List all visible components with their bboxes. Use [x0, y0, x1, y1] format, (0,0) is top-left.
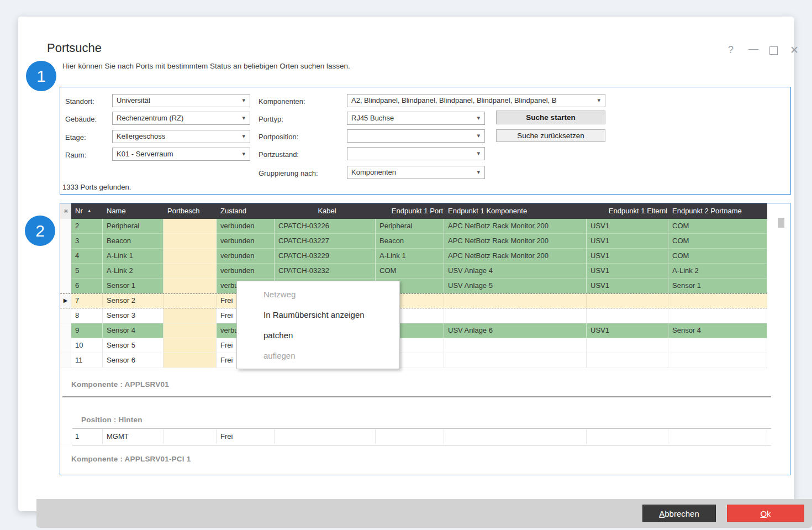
vertical-scrollbar-thumb[interactable] — [778, 218, 784, 228]
column-header-ep1-port[interactable]: Endpunkt 1 Port — [376, 203, 444, 219]
row-marker-icon: ▶ — [64, 297, 68, 303]
asterisk-icon: ✳ — [63, 208, 68, 214]
portzustand-select[interactable]: ▾ — [347, 147, 485, 160]
gruppierung-label: Gruppierung nach: — [259, 169, 318, 177]
result-count: 1333 Ports gefunden. — [62, 183, 131, 191]
column-header-nr[interactable]: Nr▲ — [71, 203, 103, 219]
etage-value: Kellergeschoss — [117, 132, 165, 140]
raum-select[interactable]: K01 - Serverraum ▾ — [112, 148, 250, 161]
sort-asc-icon: ▲ — [87, 208, 92, 213]
table-row[interactable]: 4A-Link 1 verbunden CPATCH-03229A-Link 1… — [60, 249, 767, 264]
table-row[interactable]: 2Peripheral verbunden CPATCH-03226Periph… — [60, 219, 767, 234]
subgroup-divider — [72, 428, 771, 429]
table-row[interactable]: 10Sensor 5 Frei — [60, 338, 767, 353]
etage-label: Etage: — [65, 133, 86, 141]
grid-settings-button[interactable]: ✳ — [60, 203, 71, 219]
chevron-down-icon: ▾ — [477, 169, 480, 176]
chevron-down-icon: ▾ — [477, 114, 480, 122]
suche-starten-button[interactable]: Suche starten — [496, 111, 605, 124]
gruppierung-select[interactable]: Komponenten ▾ — [347, 166, 485, 179]
etage-select[interactable]: Kellergeschoss ▾ — [112, 130, 250, 143]
table-row[interactable]: 11Sensor 6 Frei — [60, 353, 767, 368]
komponenten-label: Komponenten: — [259, 97, 305, 106]
gruppierung-value: Komponenten — [351, 168, 396, 176]
group-header-komponente[interactable]: Komponente : APPLSRV01 — [71, 380, 169, 389]
gebaeude-value: Rechenzentrum (RZ) — [117, 114, 183, 122]
menu-item-auflegen: auflegen — [237, 345, 399, 366]
abbrechen-button[interactable]: Abbrechen — [642, 505, 716, 522]
table-row[interactable]: 8Sensor 3 Frei — [60, 308, 767, 323]
gebaeude-select[interactable]: Rechenzentrum (RZ) ▾ — [112, 112, 250, 125]
dialog-title: Portsuche — [47, 41, 102, 55]
standort-select[interactable]: Universität ▾ — [112, 94, 250, 107]
menu-item-raumuebersicht[interactable]: In Raumübersicht anzeigen — [237, 305, 399, 325]
porttyp-select[interactable]: RJ45 Buchse ▾ — [347, 112, 485, 125]
footer-bar: Abbrechen Ok — [36, 499, 812, 528]
dialog-subtitle: Hier können Sie nach Ports mit bestimmte… — [62, 62, 350, 70]
minimize-icon[interactable]: — — [748, 43, 758, 55]
portsuche-screen: Portsuche Hier können Sie nach Ports mit… — [0, 0, 812, 530]
group-header-komponente-pci[interactable]: Komponente : APPLSRV01-PCI 1 — [71, 455, 191, 463]
context-menu: Netzweg In Raumübersicht anzeigen patche… — [236, 281, 400, 369]
column-header-kabel[interactable]: Kabel — [275, 203, 376, 219]
callout-badge-1: 1 — [26, 61, 56, 91]
chevron-down-icon: ▾ — [597, 97, 600, 104]
suche-zuruecksetzen-button[interactable]: Suche zurücksetzen — [496, 129, 605, 142]
table-body: 2Peripheral verbunden CPATCH-03226Periph… — [60, 219, 767, 368]
group-divider — [62, 396, 771, 397]
table-row[interactable]: 6Sensor 1 verbunden CPATCH-03233COM USV … — [60, 279, 767, 293]
table-row[interactable]: 9Sensor 4 verbunden USV Anlage 6USV1 Sen… — [60, 323, 767, 338]
callout-badge-2: 2 — [25, 216, 55, 246]
chevron-down-icon: ▾ — [242, 114, 245, 122]
chevron-down-icon: ▾ — [242, 150, 245, 158]
column-header-portbesch[interactable]: Portbesch — [164, 203, 217, 219]
table-row-selected[interactable]: ▶ 7Sensor 2 Frei — [60, 293, 767, 308]
help-icon[interactable]: ? — [728, 44, 734, 56]
table-row[interactable]: 3Beacon verbunden CPATCH-03227Beacon APC… — [60, 234, 767, 249]
results-panel: ✳ Nr▲ Name Portbesch Zustand Kabel Endpu… — [60, 203, 790, 475]
standort-value: Universität — [117, 96, 150, 104]
chevron-down-icon: ▾ — [242, 97, 245, 104]
column-header-zustand[interactable]: Zustand — [217, 203, 275, 219]
table-row[interactable]: 5A-Link 2 verbunden CPATCH-03232COM USV … — [60, 264, 767, 279]
standort-label: Standort: — [65, 97, 94, 106]
porttyp-label: Porttyp: — [259, 115, 283, 123]
gebaeude-label: Gebäude: — [65, 115, 97, 123]
portsuche-dialog: Portsuche Hier können Sie nach Ports mit… — [18, 17, 794, 511]
portposition-label: Portposition: — [259, 133, 298, 141]
subgroup-divider — [72, 445, 771, 445]
table-header: ✳ Nr▲ Name Portbesch Zustand Kabel Endpu… — [60, 203, 767, 219]
close-icon[interactable]: ✕ — [790, 44, 799, 56]
menu-item-patchen[interactable]: patchen — [237, 325, 399, 345]
column-header-ep1-elternknoten[interactable]: Endpunkt 1 Elternl — [587, 203, 668, 219]
chevron-down-icon: ▾ — [477, 132, 480, 139]
maximize-icon[interactable] — [769, 46, 778, 55]
chevron-down-icon: ▾ — [242, 133, 245, 140]
chevron-down-icon: ▾ — [477, 150, 480, 157]
ok-button[interactable]: Ok — [727, 505, 804, 522]
raum-value: K01 - Serverraum — [117, 150, 173, 158]
komponenten-value: A2, Blindpanel, Blindpanel, Blindpanel, … — [351, 96, 557, 104]
raum-label: Raum: — [65, 151, 86, 159]
portposition-select[interactable]: ▾ — [347, 129, 485, 143]
portzustand-label: Portzustand: — [259, 150, 299, 159]
group-header-position[interactable]: Position : Hinten — [81, 416, 143, 424]
porttyp-value: RJ45 Buchse — [351, 114, 394, 122]
column-header-ep2-portname[interactable]: Endpunkt 2 Portname — [668, 203, 767, 219]
column-header-ep1-komponente[interactable]: Endpunkt 1 Komponente — [444, 203, 587, 219]
table-row[interactable]: 1MGMT Frei — [60, 429, 767, 444]
komponenten-select[interactable]: A2, Blindpanel, Blindpanel, Blindpanel, … — [347, 94, 605, 107]
column-header-name[interactable]: Name — [103, 203, 164, 219]
menu-item-netzweg: Netzweg — [237, 284, 399, 305]
